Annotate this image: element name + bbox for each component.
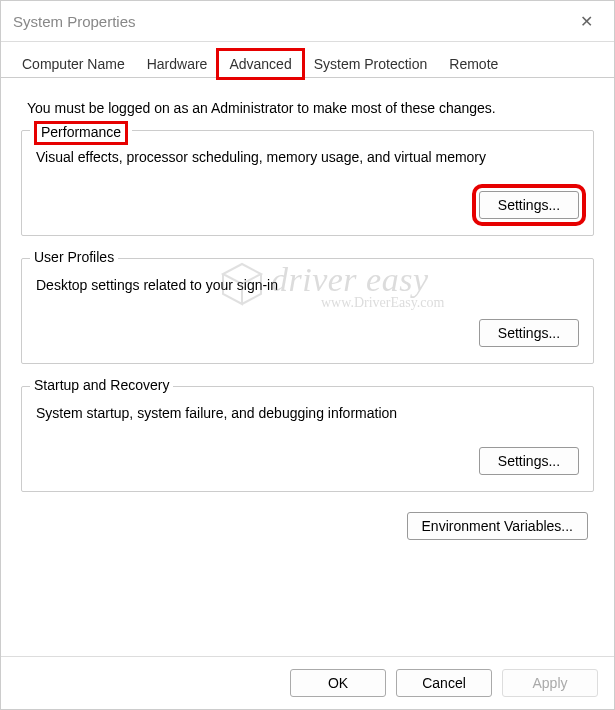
performance-legend: Performance — [30, 121, 132, 145]
tab-hardware[interactable]: Hardware — [136, 50, 219, 77]
titlebar: System Properties ✕ — [1, 1, 614, 42]
startup-recovery-settings-button[interactable]: Settings... — [479, 447, 579, 475]
tab-content-advanced: You must be logged on as an Administrato… — [1, 78, 614, 550]
startup-recovery-legend: Startup and Recovery — [30, 377, 173, 393]
env-variables-row: Environment Variables... — [21, 512, 594, 540]
performance-desc: Visual effects, processor scheduling, me… — [36, 149, 579, 165]
user-profiles-group: User Profiles Desktop settings related t… — [21, 258, 594, 364]
ok-button[interactable]: OK — [290, 669, 386, 697]
environment-variables-button[interactable]: Environment Variables... — [407, 512, 588, 540]
system-properties-window: System Properties ✕ Computer Name Hardwa… — [0, 0, 615, 710]
startup-recovery-desc: System startup, system failure, and debu… — [36, 405, 579, 421]
user-profiles-legend: User Profiles — [30, 249, 118, 265]
tab-remote[interactable]: Remote — [438, 50, 509, 77]
close-button[interactable]: ✕ — [566, 7, 606, 35]
admin-notice: You must be logged on as an Administrato… — [27, 100, 588, 116]
startup-recovery-group: Startup and Recovery System startup, sys… — [21, 386, 594, 492]
tab-system-protection[interactable]: System Protection — [303, 50, 439, 77]
performance-group: Performance Visual effects, processor sc… — [21, 130, 594, 236]
user-profiles-desc: Desktop settings related to your sign-in — [36, 277, 579, 293]
tab-advanced[interactable]: Advanced — [218, 50, 302, 78]
user-profiles-settings-button[interactable]: Settings... — [479, 319, 579, 347]
close-icon: ✕ — [580, 12, 593, 31]
window-title: System Properties — [13, 13, 136, 30]
tab-strip: Computer Name Hardware Advanced System P… — [1, 42, 614, 78]
tab-computer-name[interactable]: Computer Name — [11, 50, 136, 77]
cancel-button[interactable]: Cancel — [396, 669, 492, 697]
apply-button: Apply — [502, 669, 598, 697]
dialog-footer: OK Cancel Apply — [1, 656, 614, 709]
performance-settings-button[interactable]: Settings... — [479, 191, 579, 219]
